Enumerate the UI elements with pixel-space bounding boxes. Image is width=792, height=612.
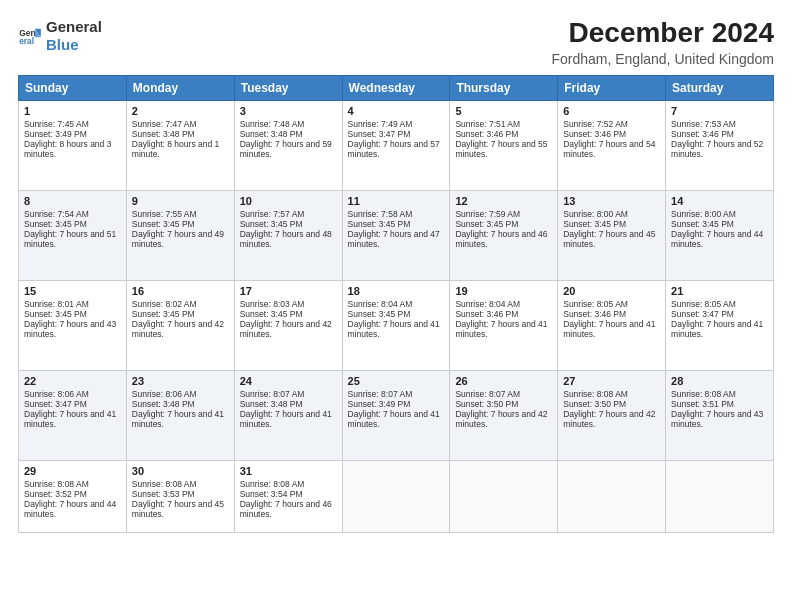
sunrise-text: Sunrise: 8:08 AM: [563, 389, 628, 399]
sunrise-text: Sunrise: 8:04 AM: [455, 299, 520, 309]
day-number: 8: [24, 195, 121, 207]
sunset-text: Sunset: 3:45 PM: [132, 309, 195, 319]
sunrise-text: Sunrise: 8:04 AM: [348, 299, 413, 309]
sunset-text: Sunset: 3:49 PM: [348, 399, 411, 409]
day-number: 29: [24, 465, 121, 477]
day-number: 17: [240, 285, 337, 297]
sunrise-text: Sunrise: 8:03 AM: [240, 299, 305, 309]
daylight-text: Daylight: 7 hours and 46 minutes.: [455, 229, 547, 249]
calendar-cell: 19Sunrise: 8:04 AMSunset: 3:46 PMDayligh…: [450, 280, 558, 370]
sunset-text: Sunset: 3:45 PM: [24, 219, 87, 229]
sunrise-text: Sunrise: 8:07 AM: [240, 389, 305, 399]
daylight-text: Daylight: 7 hours and 59 minutes.: [240, 139, 332, 159]
daylight-text: Daylight: 7 hours and 55 minutes.: [455, 139, 547, 159]
day-number: 25: [348, 375, 445, 387]
day-number: 6: [563, 105, 660, 117]
daylight-text: Daylight: 7 hours and 45 minutes.: [563, 229, 655, 249]
daylight-text: Daylight: 7 hours and 41 minutes.: [455, 319, 547, 339]
day-number: 30: [132, 465, 229, 477]
sunset-text: Sunset: 3:50 PM: [563, 399, 626, 409]
calendar-cell: 11Sunrise: 7:58 AMSunset: 3:45 PMDayligh…: [342, 190, 450, 280]
main-title: December 2024: [551, 18, 774, 49]
day-number: 28: [671, 375, 768, 387]
calendar-cell: 20Sunrise: 8:05 AMSunset: 3:46 PMDayligh…: [558, 280, 666, 370]
calendar-cell: 9Sunrise: 7:55 AMSunset: 3:45 PMDaylight…: [126, 190, 234, 280]
sunrise-text: Sunrise: 7:57 AM: [240, 209, 305, 219]
day-number: 7: [671, 105, 768, 117]
sunrise-text: Sunrise: 8:05 AM: [671, 299, 736, 309]
col-sunday: Sunday: [19, 75, 127, 100]
sunset-text: Sunset: 3:48 PM: [240, 399, 303, 409]
day-number: 2: [132, 105, 229, 117]
calendar-cell: 17Sunrise: 8:03 AMSunset: 3:45 PMDayligh…: [234, 280, 342, 370]
day-number: 5: [455, 105, 552, 117]
day-number: 23: [132, 375, 229, 387]
calendar-cell: 29Sunrise: 8:08 AMSunset: 3:52 PMDayligh…: [19, 460, 127, 532]
sunrise-text: Sunrise: 7:58 AM: [348, 209, 413, 219]
sunset-text: Sunset: 3:45 PM: [24, 309, 87, 319]
sunrise-text: Sunrise: 8:00 AM: [671, 209, 736, 219]
col-friday: Friday: [558, 75, 666, 100]
sunrise-text: Sunrise: 8:08 AM: [671, 389, 736, 399]
daylight-text: Daylight: 7 hours and 43 minutes.: [24, 319, 116, 339]
calendar-cell: [558, 460, 666, 532]
sunset-text: Sunset: 3:45 PM: [348, 219, 411, 229]
day-number: 11: [348, 195, 445, 207]
calendar-cell: 26Sunrise: 8:07 AMSunset: 3:50 PMDayligh…: [450, 370, 558, 460]
day-number: 20: [563, 285, 660, 297]
daylight-text: Daylight: 7 hours and 43 minutes.: [671, 409, 763, 429]
daylight-text: Daylight: 7 hours and 47 minutes.: [348, 229, 440, 249]
title-block: December 2024 Fordham, England, United K…: [551, 18, 774, 67]
logo-general: General: [46, 18, 102, 35]
col-tuesday: Tuesday: [234, 75, 342, 100]
calendar-cell: 12Sunrise: 7:59 AMSunset: 3:45 PMDayligh…: [450, 190, 558, 280]
daylight-text: Daylight: 7 hours and 52 minutes.: [671, 139, 763, 159]
calendar-cell: 3Sunrise: 7:48 AMSunset: 3:48 PMDaylight…: [234, 100, 342, 190]
daylight-text: Daylight: 7 hours and 41 minutes.: [132, 409, 224, 429]
calendar-cell: [450, 460, 558, 532]
day-number: 15: [24, 285, 121, 297]
sunset-text: Sunset: 3:49 PM: [24, 129, 87, 139]
sunrise-text: Sunrise: 7:51 AM: [455, 119, 520, 129]
day-number: 26: [455, 375, 552, 387]
calendar-cell: 10Sunrise: 7:57 AMSunset: 3:45 PMDayligh…: [234, 190, 342, 280]
daylight-text: Daylight: 7 hours and 57 minutes.: [348, 139, 440, 159]
calendar-cell: 23Sunrise: 8:06 AMSunset: 3:48 PMDayligh…: [126, 370, 234, 460]
day-number: 14: [671, 195, 768, 207]
calendar-cell: 28Sunrise: 8:08 AMSunset: 3:51 PMDayligh…: [666, 370, 774, 460]
sunrise-text: Sunrise: 8:01 AM: [24, 299, 89, 309]
sunrise-text: Sunrise: 8:07 AM: [348, 389, 413, 399]
calendar-cell: [666, 460, 774, 532]
daylight-text: Daylight: 7 hours and 42 minutes.: [240, 319, 332, 339]
calendar-cell: 7Sunrise: 7:53 AMSunset: 3:46 PMDaylight…: [666, 100, 774, 190]
sunset-text: Sunset: 3:45 PM: [671, 219, 734, 229]
daylight-text: Daylight: 7 hours and 51 minutes.: [24, 229, 116, 249]
day-number: 13: [563, 195, 660, 207]
calendar-cell: 5Sunrise: 7:51 AMSunset: 3:46 PMDaylight…: [450, 100, 558, 190]
day-number: 18: [348, 285, 445, 297]
col-monday: Monday: [126, 75, 234, 100]
calendar-cell: 21Sunrise: 8:05 AMSunset: 3:47 PMDayligh…: [666, 280, 774, 370]
sunset-text: Sunset: 3:54 PM: [240, 489, 303, 499]
sunrise-text: Sunrise: 8:02 AM: [132, 299, 197, 309]
sunset-text: Sunset: 3:45 PM: [132, 219, 195, 229]
daylight-text: Daylight: 7 hours and 54 minutes.: [563, 139, 655, 159]
sunrise-text: Sunrise: 7:45 AM: [24, 119, 89, 129]
sunset-text: Sunset: 3:46 PM: [671, 129, 734, 139]
sunrise-text: Sunrise: 7:59 AM: [455, 209, 520, 219]
sunrise-text: Sunrise: 7:53 AM: [671, 119, 736, 129]
calendar-cell: 18Sunrise: 8:04 AMSunset: 3:45 PMDayligh…: [342, 280, 450, 370]
day-number: 3: [240, 105, 337, 117]
day-number: 12: [455, 195, 552, 207]
calendar-cell: 2Sunrise: 7:47 AMSunset: 3:48 PMDaylight…: [126, 100, 234, 190]
calendar-cell: 1Sunrise: 7:45 AMSunset: 3:49 PMDaylight…: [19, 100, 127, 190]
daylight-text: Daylight: 7 hours and 46 minutes.: [240, 499, 332, 519]
day-number: 19: [455, 285, 552, 297]
sunrise-text: Sunrise: 7:54 AM: [24, 209, 89, 219]
calendar-header-row: Sunday Monday Tuesday Wednesday Thursday…: [19, 75, 774, 100]
sunset-text: Sunset: 3:48 PM: [132, 129, 195, 139]
sunset-text: Sunset: 3:47 PM: [671, 309, 734, 319]
sunset-text: Sunset: 3:45 PM: [563, 219, 626, 229]
col-saturday: Saturday: [666, 75, 774, 100]
sunset-text: Sunset: 3:46 PM: [563, 129, 626, 139]
